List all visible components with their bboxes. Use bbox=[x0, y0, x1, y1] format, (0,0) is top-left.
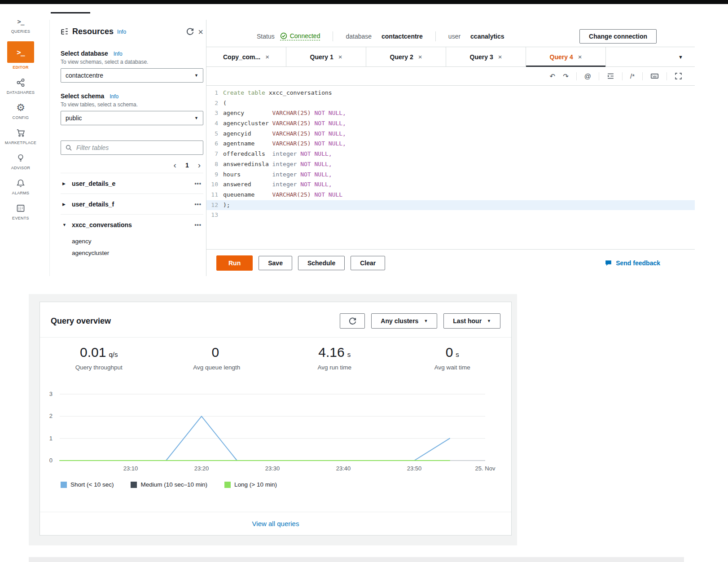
code-line[interactable]: 1Create table xxcc_conversations bbox=[206, 88, 695, 98]
divider bbox=[333, 31, 333, 41]
caret-down-icon[interactable]: ▼ bbox=[62, 223, 67, 227]
code-line[interactable]: 3agency VARCHAR(25) NOT NULL, bbox=[206, 108, 695, 119]
lightbulb-icon bbox=[16, 153, 25, 163]
connection-status-bar: Status Connected database contactcentre … bbox=[206, 20, 695, 47]
table-row[interactable]: ▶ user_details_e ••• bbox=[61, 173, 203, 194]
code-line[interactable]: 10answered integer NOT NULL, bbox=[206, 180, 695, 190]
workspace: Resources Info × Select database Info To… bbox=[49, 20, 700, 276]
database-help-text: To view schemas, select a database. bbox=[61, 59, 203, 65]
column-row[interactable]: agencycluster bbox=[61, 247, 203, 259]
tab-query-3[interactable]: Query 3 × bbox=[446, 47, 526, 66]
database-select[interactable]: contactcentre ▼ bbox=[61, 68, 203, 83]
table-actions-icon[interactable]: ••• bbox=[194, 201, 202, 207]
schema-field: Select schema Info To view tables, selec… bbox=[61, 92, 203, 125]
clusters-filter-dropdown[interactable]: Any clusters ▼ bbox=[371, 313, 437, 329]
table-row[interactable]: ▼ xxcc_conversations ••• bbox=[61, 215, 203, 235]
sidebar-item-datashares[interactable]: DATASHARES bbox=[0, 77, 41, 95]
resources-info-link[interactable]: Info bbox=[117, 29, 126, 35]
clear-button[interactable]: Clear bbox=[351, 256, 385, 270]
sidebar-item-marketplace[interactable]: MARKETPLACE bbox=[0, 127, 41, 145]
svg-text:25. Nov: 25. Nov bbox=[475, 465, 496, 472]
close-icon[interactable]: × bbox=[578, 53, 582, 61]
svg-text:2: 2 bbox=[49, 413, 53, 419]
send-feedback-link[interactable]: Send feedback bbox=[605, 259, 660, 267]
code-line[interactable]: 5agencyid VARCHAR(25) NOT NULL, bbox=[206, 129, 695, 139]
tab-query-2[interactable]: Query 2 × bbox=[366, 47, 446, 66]
next-page-button[interactable]: › bbox=[198, 161, 201, 169]
save-button[interactable]: Save bbox=[259, 256, 292, 270]
overview-footer: View all queries bbox=[40, 512, 511, 535]
tab-query-4[interactable]: Query 4 × bbox=[526, 47, 606, 66]
sidebar-item-advisor[interactable]: ADVISOR bbox=[0, 153, 41, 170]
code-line[interactable]: 9hours integer NOT NULL, bbox=[206, 170, 695, 180]
code-line[interactable]: 11queuename VARCHAR(25) NOT NULL bbox=[206, 190, 695, 200]
redo-icon[interactable]: ↷ bbox=[563, 72, 569, 80]
metric-label: Query throughput bbox=[40, 364, 158, 371]
session-variables-icon[interactable]: @ bbox=[584, 72, 591, 80]
tab-list-dropdown-icon[interactable]: ▼ bbox=[678, 54, 695, 60]
check-circle-icon bbox=[280, 32, 287, 40]
column-row[interactable]: agency bbox=[61, 235, 203, 247]
close-resources-button[interactable]: × bbox=[198, 27, 203, 36]
database-info-link[interactable]: Info bbox=[114, 51, 123, 57]
refresh-overview-button[interactable] bbox=[340, 313, 365, 329]
schema-select[interactable]: public ▼ bbox=[61, 111, 203, 125]
metric-avg-wait-time: 0s Avg wait time bbox=[394, 345, 512, 371]
caret-right-icon[interactable]: ▶ bbox=[62, 202, 67, 206]
legend-item-medium: Medium (10 sec–10 min) bbox=[131, 481, 207, 488]
format-indent-icon[interactable] bbox=[607, 72, 614, 80]
page-number[interactable]: 1 bbox=[185, 162, 189, 169]
resources-title: Resources bbox=[72, 27, 114, 36]
search-icon bbox=[65, 144, 72, 151]
close-icon[interactable]: × bbox=[498, 53, 502, 61]
prev-page-button[interactable]: ‹ bbox=[174, 161, 176, 169]
time-range-dropdown[interactable]: Last hour ▼ bbox=[443, 313, 500, 329]
sql-editor[interactable]: 1Create table xxcc_conversations2(3agenc… bbox=[206, 86, 695, 249]
feedback-label: Send feedback bbox=[616, 259, 660, 267]
change-connection-button[interactable]: Change connection bbox=[579, 29, 657, 44]
block-comment-icon[interactable]: /* bbox=[630, 72, 635, 80]
table-actions-icon[interactable]: ••• bbox=[194, 222, 202, 228]
code-line[interactable]: 6agentname VARCHAR(25) NOT NULL, bbox=[206, 139, 695, 149]
connection-status-badge[interactable]: Connected bbox=[280, 32, 320, 40]
filter-tables-input[interactable] bbox=[75, 144, 199, 152]
table-row[interactable]: ▶ user_details_f ••• bbox=[61, 194, 203, 215]
database-select-value: contactcentre bbox=[66, 72, 103, 79]
schema-info-link[interactable]: Info bbox=[110, 93, 118, 100]
view-all-queries-link[interactable]: View all queries bbox=[252, 520, 299, 527]
code-line[interactable]: 12); bbox=[206, 200, 695, 211]
schedule-button[interactable]: Schedule bbox=[298, 256, 345, 270]
resources-panel: Resources Info × Select database Info To… bbox=[53, 27, 206, 276]
sidebar-item-editor[interactable]: >_ EDITOR bbox=[0, 41, 41, 70]
status-label: Status bbox=[257, 33, 275, 40]
undo-icon[interactable]: ↶ bbox=[550, 72, 556, 80]
sidebar-item-queries[interactable]: >_ QUERIES bbox=[0, 16, 41, 34]
sidebar-item-label: MARKETPLACE bbox=[5, 140, 36, 145]
run-button[interactable]: Run bbox=[216, 255, 253, 271]
legend-swatch bbox=[224, 482, 231, 488]
keyboard-shortcuts-icon[interactable] bbox=[650, 72, 659, 80]
tab-label: Copy_com... bbox=[223, 53, 260, 61]
code-line[interactable]: 7offeredcalls integer NOT NULL, bbox=[206, 149, 695, 159]
code-line[interactable]: 2( bbox=[206, 98, 695, 109]
sidebar-item-config[interactable]: ⚙ CONFIG bbox=[0, 102, 41, 120]
code-line[interactable]: 13 bbox=[206, 210, 695, 220]
close-icon[interactable]: × bbox=[418, 53, 422, 61]
fullscreen-icon[interactable] bbox=[675, 72, 682, 80]
sidebar-item-events[interactable]: EVENTS bbox=[0, 203, 41, 220]
table-actions-icon[interactable]: ••• bbox=[194, 180, 202, 187]
sidebar-item-alarms[interactable]: ALARMS bbox=[0, 178, 41, 195]
caret-right-icon[interactable]: ▶ bbox=[62, 181, 67, 186]
code-line[interactable]: 8answeredinsla integer NOT NULL, bbox=[206, 159, 695, 170]
refresh-resources-button[interactable] bbox=[186, 27, 194, 36]
svg-text:23:30: 23:30 bbox=[265, 465, 280, 472]
tab-query-1[interactable]: Query 1 × bbox=[286, 47, 366, 66]
user-label: user bbox=[448, 33, 460, 40]
tab-copy-com[interactable]: Copy_com... × bbox=[206, 47, 286, 66]
close-icon[interactable]: × bbox=[338, 53, 342, 61]
sidebar-item-label: ALARMS bbox=[12, 191, 30, 195]
table-name: user_details_f bbox=[72, 201, 190, 208]
close-icon[interactable]: × bbox=[265, 53, 269, 61]
code-line[interactable]: 4agencycluster VARCHAR(25) NOT NULL, bbox=[206, 119, 695, 129]
tab-label: Query 3 bbox=[470, 53, 493, 61]
